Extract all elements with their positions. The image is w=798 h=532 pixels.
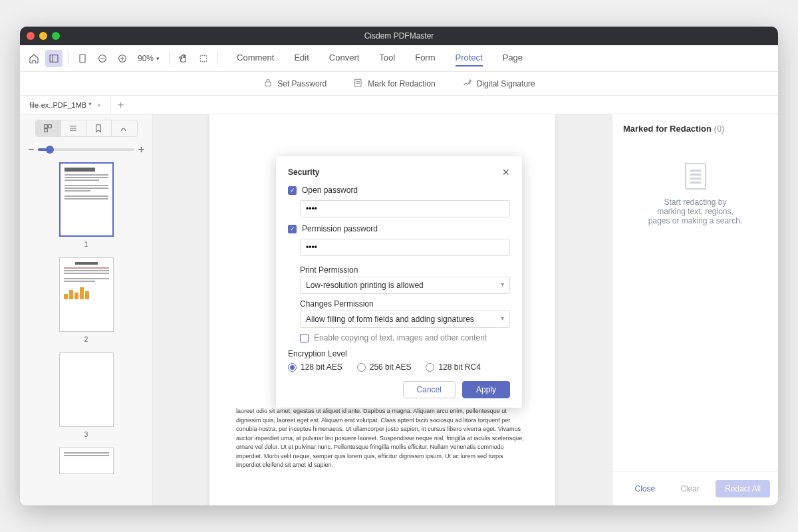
maximize-icon[interactable] xyxy=(52,32,60,40)
svg-rect-13 xyxy=(45,125,48,128)
signature-icon xyxy=(462,77,473,90)
svg-rect-15 xyxy=(45,129,48,132)
tab-tool[interactable]: Tool xyxy=(379,50,395,66)
document-icon xyxy=(685,163,706,190)
set-password-button[interactable]: Set Password xyxy=(263,77,327,90)
app-title: Cisdem PDFMaster xyxy=(364,31,434,41)
print-permission-label: Print Permission xyxy=(300,265,510,275)
open-password-label: Open password xyxy=(302,186,358,195)
redaction-close-button[interactable]: Close xyxy=(626,480,665,497)
svg-rect-9 xyxy=(265,82,271,86)
protect-subtoolbar: Set Password Mark for Redaction Digital … xyxy=(20,72,778,96)
lock-icon xyxy=(263,77,273,90)
thumbnail-sidebar: − + 1 xyxy=(20,114,153,505)
changes-permission-label: Changes Permission xyxy=(300,299,510,309)
sign-view-icon[interactable] xyxy=(112,120,137,136)
thumbnail-1[interactable] xyxy=(59,162,114,237)
tab-form[interactable]: Form xyxy=(415,50,435,66)
enc-256-aes-radio[interactable]: 256 bit AES xyxy=(357,362,412,372)
bookmark-view-icon[interactable] xyxy=(86,120,112,136)
tab-protect[interactable]: Protect xyxy=(456,50,483,66)
mark-redaction-button[interactable]: Mark for Redaction xyxy=(353,77,435,90)
thumbnail-2[interactable] xyxy=(59,257,114,332)
svg-rect-10 xyxy=(355,79,361,86)
changes-permission-select[interactable]: Allow filling of form fields and adding … xyxy=(300,311,510,328)
apply-button[interactable]: Apply xyxy=(462,381,510,398)
thumbnail-4[interactable] xyxy=(59,448,114,474)
sidebar-toggle-icon[interactable] xyxy=(45,50,63,67)
file-tab[interactable]: file-ex..PDF_1MB * × xyxy=(20,96,111,114)
tab-page[interactable]: Page xyxy=(503,50,523,66)
redact-icon xyxy=(353,77,364,90)
close-tab-icon[interactable]: × xyxy=(97,101,101,109)
minimize-icon[interactable] xyxy=(39,32,47,40)
redact-all-button[interactable]: Redact All xyxy=(716,480,770,497)
permission-password-checkbox[interactable] xyxy=(288,225,297,233)
enc-128-aes-radio[interactable]: 128 bit AES xyxy=(288,362,342,372)
thumb-number-3: 3 xyxy=(84,431,88,438)
digital-signature-button[interactable]: Digital Signature xyxy=(462,77,535,90)
redaction-panel: Marked for Redaction (0) Start redacting… xyxy=(612,114,778,505)
select-tool-icon[interactable] xyxy=(195,50,212,67)
encryption-level-label: Encryption Level xyxy=(288,349,510,358)
svg-rect-14 xyxy=(49,125,52,128)
dialog-title: Security xyxy=(288,168,319,177)
tab-convert[interactable]: Convert xyxy=(329,50,360,66)
print-permission-select[interactable]: Low-resolution printing is allowed xyxy=(300,277,510,294)
zoom-out-icon[interactable] xyxy=(94,50,111,67)
enable-copy-checkbox[interactable] xyxy=(300,334,309,342)
menu-tabs: Comment Edit Convert Tool Form Protect P… xyxy=(237,50,523,66)
hand-tool-icon[interactable] xyxy=(175,50,192,67)
close-icon[interactable] xyxy=(27,32,35,40)
add-tab-button[interactable]: + xyxy=(111,99,130,111)
permission-password-field[interactable] xyxy=(300,239,510,256)
thumb-number-1: 1 xyxy=(84,241,88,248)
enable-copy-label: Enable copying of text, images and other… xyxy=(314,333,487,342)
thumbnails-view-icon[interactable] xyxy=(36,120,61,136)
svg-rect-0 xyxy=(50,55,58,62)
titlebar: Cisdem PDFMaster xyxy=(20,27,778,45)
slider-plus-icon[interactable]: + xyxy=(138,144,144,156)
slider-minus-icon[interactable]: − xyxy=(28,144,34,156)
file-tabs: file-ex..PDF_1MB * × + xyxy=(20,96,778,114)
tab-edit[interactable]: Edit xyxy=(294,50,309,66)
security-dialog: Security ✕ Open password Permission pass… xyxy=(276,156,522,408)
zoom-in-icon[interactable] xyxy=(114,50,131,67)
main-toolbar: 90% ▾ Comment Edit Convert Tool Form Pro… xyxy=(20,45,778,72)
permission-password-label: Permission password xyxy=(302,224,378,233)
zoom-level[interactable]: 90% ▾ xyxy=(134,54,164,63)
outline-view-icon[interactable] xyxy=(61,120,86,136)
app-window: Cisdem PDFMaster 90% ▾ Comment Edit Conv… xyxy=(20,27,778,505)
thumbnail-zoom-slider[interactable] xyxy=(38,148,134,151)
sidebar-view-toggle xyxy=(35,120,138,137)
cancel-button[interactable]: Cancel xyxy=(403,381,456,398)
thumbnail-3[interactable] xyxy=(59,352,114,427)
tab-comment[interactable]: Comment xyxy=(237,50,274,66)
thumb-number-2: 2 xyxy=(84,336,88,343)
open-password-checkbox[interactable] xyxy=(288,186,297,195)
open-password-field[interactable] xyxy=(300,200,510,217)
redaction-clear-button[interactable]: Clear xyxy=(671,480,709,497)
dialog-close-icon[interactable]: ✕ xyxy=(502,167,510,178)
svg-rect-8 xyxy=(200,55,206,61)
svg-rect-2 xyxy=(80,55,85,63)
page-icon[interactable] xyxy=(74,50,91,67)
redaction-panel-title: Marked for Redaction (0) xyxy=(612,114,778,143)
enc-128-rc4-radio[interactable]: 128 bit RC4 xyxy=(426,362,480,372)
home-icon[interactable] xyxy=(25,50,43,67)
